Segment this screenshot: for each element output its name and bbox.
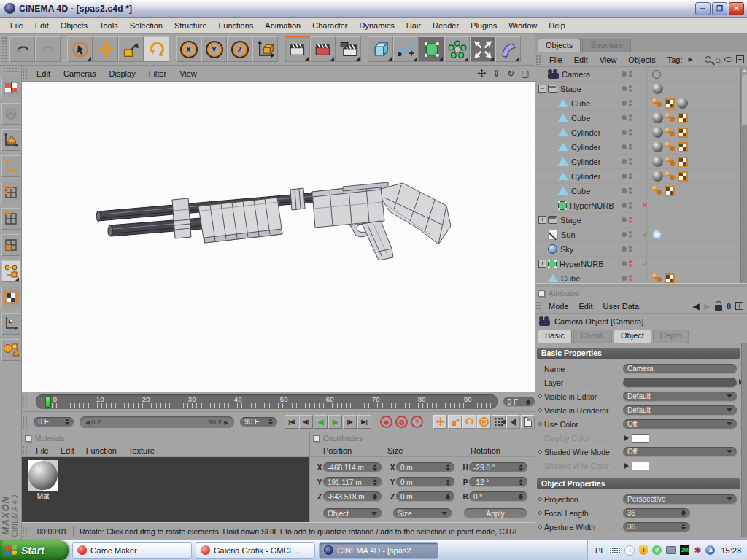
object-name[interactable]: Cylinder (571, 143, 600, 152)
tree-row[interactable]: Cylinder (535, 125, 747, 140)
checker-tag[interactable] (665, 186, 675, 196)
tree-row[interactable]: Stage (535, 213, 747, 228)
lock-x-axis-button[interactable]: X (176, 36, 201, 62)
texture-mode-button[interactable] (1, 287, 20, 308)
sphere-tag[interactable] (652, 83, 663, 94)
record-options-button[interactable]: ? (411, 416, 423, 428)
visibility-dots[interactable] (622, 187, 632, 195)
timeline-ruler[interactable]: 0 10 20 30 40 50 60 70 80 90 (36, 394, 498, 409)
hypernurbs-icon[interactable] (548, 260, 557, 268)
camera-icon[interactable] (548, 73, 559, 79)
transport-grip[interactable] (22, 416, 28, 429)
menu-objects[interactable]: Objects (55, 20, 93, 31)
sketch-render-button[interactable] (1, 103, 20, 125)
enable-state-icon[interactable] (642, 260, 648, 268)
object-name[interactable]: Sun (561, 230, 576, 239)
tag-expand-arrow-icon[interactable]: ▶ (688, 56, 692, 63)
am-menu-grip[interactable] (535, 301, 542, 311)
rotate-view-icon[interactable]: ↻ (506, 69, 516, 79)
expand-arrow-icon[interactable] (624, 463, 629, 469)
object-name[interactable]: Stage (560, 85, 581, 93)
visibility-dots[interactable] (622, 172, 632, 180)
checker-tag[interactable] (678, 171, 688, 182)
next-frame-button[interactable]: |▶ (343, 415, 357, 429)
object-name[interactable]: Camera (562, 70, 590, 79)
visibility-dots[interactable] (622, 245, 632, 253)
language-indicator[interactable]: PL (595, 546, 605, 555)
add-primitive-button[interactable] (368, 36, 393, 62)
points-mode-button[interactable] (1, 182, 20, 203)
add-spline-button[interactable] (393, 36, 419, 62)
move-tool-button[interactable] (93, 36, 118, 62)
history-forward-icon[interactable]: ▶ (704, 301, 711, 311)
size-mode-dropdown[interactable]: Size (393, 508, 452, 518)
polygon-icon[interactable] (558, 114, 568, 122)
om-menu-file[interactable]: File (543, 55, 568, 65)
tree-row[interactable]: HyperNURBS (535, 257, 747, 271)
rotation-h-field[interactable]: -29.8 ° (469, 462, 527, 472)
use-color-dropdown[interactable]: Off (623, 419, 737, 429)
goto-start-button[interactable]: |◀ (285, 415, 298, 429)
focal-length-field[interactable]: 36 (623, 508, 690, 518)
object-name[interactable]: Cylinder (571, 172, 600, 181)
attributes-scrollbar[interactable] (741, 343, 747, 537)
tree-row[interactable]: Sun (535, 228, 747, 242)
sound-toggle[interactable] (506, 415, 520, 429)
position-z-field[interactable]: -643.518 m (323, 491, 382, 502)
keyframe-presets-button[interactable] (521, 415, 535, 429)
checker-tag[interactable] (665, 273, 675, 284)
polygon-icon[interactable] (558, 128, 568, 136)
phong-tag[interactable] (652, 186, 662, 195)
viewport-menu-filter[interactable]: Filter (142, 68, 173, 79)
polygon-icon[interactable] (558, 99, 568, 107)
tree-row[interactable]: Sky (535, 242, 747, 257)
visibility-dots[interactable] (622, 260, 632, 268)
network-icon[interactable] (666, 546, 676, 554)
rotation-b-field[interactable]: 0 ° (469, 491, 527, 502)
menu-render[interactable]: Render (427, 20, 465, 31)
menu-plugins[interactable]: Plugins (465, 20, 503, 31)
expand-tool-button[interactable] (470, 36, 495, 62)
visibility-dots[interactable] (622, 128, 632, 136)
visibility-dots[interactable] (622, 274, 632, 282)
menu-dynamics[interactable]: Dynamics (354, 20, 400, 31)
goto-end-button[interactable]: ▶| (357, 415, 371, 429)
material-thumbnail[interactable] (28, 460, 58, 491)
history-back-icon[interactable]: ◀ (692, 301, 699, 311)
basic-properties-header[interactable]: Basic Properties (537, 348, 740, 359)
sphere-tag[interactable] (652, 127, 663, 138)
materials-pin-icon[interactable] (25, 435, 31, 442)
home-icon[interactable]: ⌂ (715, 56, 721, 63)
om-menu-tag[interactable]: Tag: (662, 55, 689, 65)
om-menu-grip[interactable] (535, 55, 542, 65)
polygon-icon[interactable] (558, 143, 568, 151)
viewport-menu-cameras[interactable]: Cameras (57, 68, 103, 79)
shaded-wire-color-swatch[interactable] (632, 462, 649, 470)
materials-menu-edit[interactable]: Edit (55, 446, 80, 456)
add-deformer-button[interactable] (495, 36, 521, 62)
record-rotation-toggle[interactable] (462, 415, 476, 429)
checker-tag[interactable] (678, 142, 688, 152)
object-properties-header[interactable]: Object Properties (537, 478, 740, 489)
material-item[interactable]: Mat (26, 460, 60, 500)
tab-object[interactable]: Object (614, 330, 651, 343)
render-view-button[interactable] (285, 36, 310, 62)
restore-button[interactable]: ❐ (712, 2, 727, 15)
live-selection-button[interactable] (67, 36, 93, 62)
viewport-menu-view[interactable]: View (173, 68, 204, 79)
stage-icon[interactable] (548, 85, 557, 93)
checker-tag[interactable] (678, 157, 688, 167)
coordinates-pin-icon[interactable] (313, 435, 320, 442)
visibility-dots[interactable] (622, 158, 632, 166)
visible-editor-dropdown[interactable]: Default (623, 392, 737, 402)
menu-hair[interactable]: Hair (400, 20, 427, 31)
size-x-field[interactable]: 0 m (396, 462, 454, 472)
pan-view-icon[interactable] (476, 69, 487, 79)
sphere-tag[interactable] (677, 98, 688, 109)
taskbar-item-galeria[interactable]: Galeria Grafik - GMCL... (196, 542, 315, 559)
object-name[interactable]: Cube (571, 99, 590, 108)
tree-row[interactable]: Cube (535, 111, 747, 125)
sky-icon[interactable] (548, 244, 557, 254)
toggle-view-icon[interactable]: ▢ (520, 69, 530, 79)
autokey-button[interactable]: ◎ (395, 416, 408, 428)
